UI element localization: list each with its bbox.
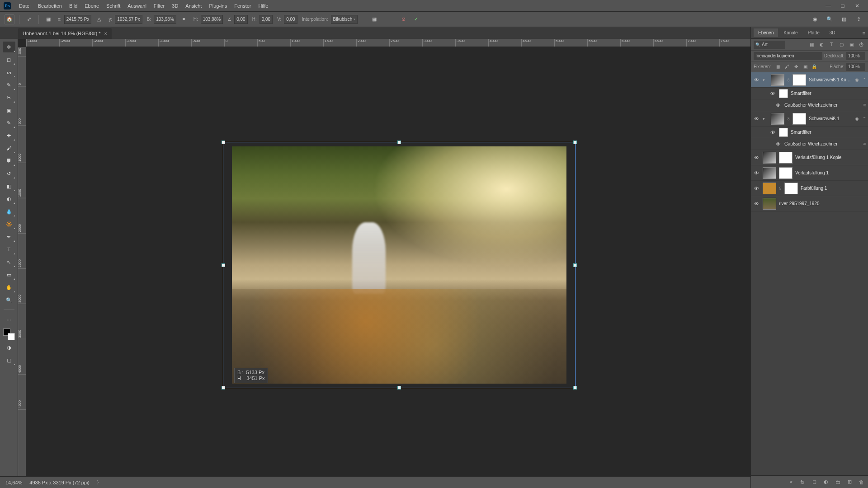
delete-layer-button[interactable]: 🗑 xyxy=(857,478,865,486)
w-field[interactable]: 103,98% xyxy=(154,15,176,24)
x-field[interactable]: 2415,75 Px xyxy=(64,15,92,24)
skew-v-field[interactable]: 0,00 xyxy=(284,15,297,24)
layer-style-button[interactable]: fx xyxy=(798,478,807,486)
home-icon[interactable]: 🏠 xyxy=(5,14,14,24)
interp-dropdown[interactable]: Bikubisch xyxy=(331,15,358,24)
menu-ebene[interactable]: Ebene xyxy=(81,1,103,10)
zoom-level[interactable]: 14,64% xyxy=(5,480,22,485)
new-layer-button[interactable]: ⊞ xyxy=(845,478,854,486)
healing-tool[interactable]: ✚ xyxy=(3,130,15,141)
share-icon[interactable]: ⇪ xyxy=(854,14,863,24)
layer-row[interactable]: 👁Verlaufsfüllung 1 Kopie xyxy=(751,150,868,165)
layer-thumbnail[interactable] xyxy=(771,113,784,125)
transform-handle-br[interactable] xyxy=(573,386,577,389)
panel-tab-3d[interactable]: 3D xyxy=(825,28,840,37)
search-ps-icon[interactable]: 🔍 xyxy=(825,14,835,24)
pen-tool[interactable]: ✒ xyxy=(3,231,15,242)
layer-name[interactable]: Schwarzweiß 1 Kopie xyxy=(809,77,851,82)
layer-mask-thumbnail[interactable] xyxy=(784,183,798,194)
opacity-field[interactable]: 100% xyxy=(846,52,865,60)
transform-handle-bl[interactable] xyxy=(222,386,225,389)
filter-visibility-toggle[interactable]: 👁 xyxy=(769,90,776,97)
type-tool[interactable]: T xyxy=(3,244,15,255)
y-field[interactable]: 1632,57 Px xyxy=(115,15,142,24)
dodge-tool[interactable]: 🔆 xyxy=(3,219,15,230)
frame-tool[interactable]: ▣ xyxy=(3,105,15,116)
transform-handle-tr[interactable] xyxy=(573,141,577,144)
eyedropper-tool[interactable]: ✎ xyxy=(3,117,15,128)
layer-filter-toggle[interactable]: ⏻ xyxy=(857,41,865,49)
layer-visibility-toggle[interactable]: 👁 xyxy=(753,169,760,177)
smart-filter-row[interactable]: 👁Gaußscher Weichzeichner≋ xyxy=(751,99,868,111)
menu-fenster[interactable]: Fenster xyxy=(231,1,255,10)
filter-name[interactable]: Smartfilter xyxy=(791,130,866,135)
layer-row[interactable]: 👁▾𝟾Schwarzweiß 1◉⌃ xyxy=(751,111,868,127)
warp-icon[interactable]: ▦ xyxy=(369,14,379,24)
maximize-button[interactable]: □ xyxy=(835,1,850,10)
layer-name[interactable]: Verlaufsfüllung 1 xyxy=(795,170,866,175)
layer-thumbnail[interactable] xyxy=(771,74,784,86)
new-group-button[interactable]: 🗀 xyxy=(834,478,842,486)
layer-row[interactable]: 👁𝟾Farbfüllung 1 xyxy=(751,181,868,196)
eraser-tool[interactable]: ◧ xyxy=(3,181,15,192)
marquee-tool[interactable]: ◻ xyxy=(3,54,15,65)
layer-row[interactable]: 👁river-2951997_1920 xyxy=(751,196,868,211)
layer-visibility-toggle[interactable]: 👁 xyxy=(753,154,760,161)
layer-filter-type[interactable]: Art xyxy=(754,41,785,49)
smart-filter-row[interactable]: 👁Gaußscher Weichzeichner≋ xyxy=(751,138,868,150)
crop-tool[interactable]: ✂ xyxy=(3,92,15,103)
skew-h-field[interactable]: 0,00 xyxy=(259,15,273,24)
menu-datei[interactable]: Datei xyxy=(15,1,34,10)
zoom-tool[interactable]: 🔍 xyxy=(3,295,15,305)
lasso-tool[interactable]: ᔕ xyxy=(3,67,15,78)
layer-name[interactable]: Farbfüllung 1 xyxy=(801,186,866,191)
h-field[interactable]: 103,98% xyxy=(201,15,223,24)
filter-name[interactable]: Gaußscher Weichzeichner xyxy=(784,103,859,108)
layer-filter-smart-icon[interactable]: ▣ xyxy=(847,41,855,49)
layer-mask-thumbnail[interactable] xyxy=(779,167,793,179)
transform-handle-tm[interactable] xyxy=(397,141,401,144)
layer-name[interactable]: Verlaufsfüllung 1 Kopie xyxy=(795,155,866,160)
menu-hilfe[interactable]: Hilfe xyxy=(255,1,272,10)
layer-thumbnail[interactable] xyxy=(763,167,776,179)
layer-expand-toggle[interactable]: ▾ xyxy=(763,78,768,82)
cancel-transform-button[interactable]: ⊘ xyxy=(398,14,408,24)
menu-ansicht[interactable]: Ansicht xyxy=(182,1,205,10)
layer-thumbnail[interactable] xyxy=(763,152,776,164)
filter-mask-thumbnail[interactable] xyxy=(779,89,788,98)
stamp-tool[interactable]: ⛊ xyxy=(3,155,15,166)
layer-visibility-toggle[interactable]: 👁 xyxy=(753,76,760,84)
layer-filter-adjust-icon[interactable]: ◐ xyxy=(817,41,826,49)
filter-visibility-toggle[interactable]: 👁 xyxy=(774,141,782,148)
close-tab-icon[interactable]: × xyxy=(104,31,107,36)
filter-visibility-toggle[interactable]: 👁 xyxy=(774,102,782,109)
layer-thumbnail[interactable] xyxy=(763,198,776,210)
brush-tool[interactable]: 🖌 xyxy=(3,143,15,154)
filter-blending-icon[interactable]: ≋ xyxy=(863,141,866,146)
shape-tool[interactable]: ▭ xyxy=(3,269,15,280)
smart-filter-row[interactable]: 👁Smartfilter xyxy=(751,127,868,138)
document-tab[interactable]: Unbenannt-1 bei 14,6% (RGB/8#) * × xyxy=(18,28,112,39)
transform-handle-ml[interactable] xyxy=(222,263,225,267)
menu-auswahl[interactable]: Auswahl xyxy=(124,1,150,10)
layer-row[interactable]: 👁▾𝟾Schwarzweiß 1 Kopie◉⌃ xyxy=(751,72,868,88)
hand-tool[interactable]: ✋ xyxy=(3,282,15,293)
filter-collapse-icon[interactable]: ⌃ xyxy=(863,77,866,82)
move-tool[interactable]: ✥ xyxy=(3,42,15,52)
transform-handle-tl[interactable] xyxy=(222,141,225,144)
path-select-tool[interactable]: ↖ xyxy=(3,257,15,267)
lock-artboard-button[interactable]: ▣ xyxy=(802,63,809,70)
panel-tab-pfade[interactable]: Pfade xyxy=(803,28,824,37)
lock-transparency-button[interactable]: ▦ xyxy=(774,63,782,70)
horizontal-ruler[interactable]: -3000-2500-2000-1500-1000-50005001000150… xyxy=(26,39,750,47)
menu-3d[interactable]: 3D xyxy=(168,1,182,10)
screenmode-button[interactable]: ▢ xyxy=(3,355,15,366)
layer-visibility-toggle[interactable]: 👁 xyxy=(753,115,760,122)
layer-name[interactable]: Schwarzweiß 1 xyxy=(809,116,851,121)
filter-blending-icon[interactable]: ≋ xyxy=(863,103,866,108)
lock-pixels-button[interactable]: 🖌 xyxy=(783,63,791,70)
menu-bild[interactable]: Bild xyxy=(66,1,81,10)
layer-visibility-toggle[interactable]: 👁 xyxy=(753,185,760,192)
menu-filter[interactable]: Filter xyxy=(150,1,168,10)
layer-expand-toggle[interactable]: ▾ xyxy=(763,117,768,121)
